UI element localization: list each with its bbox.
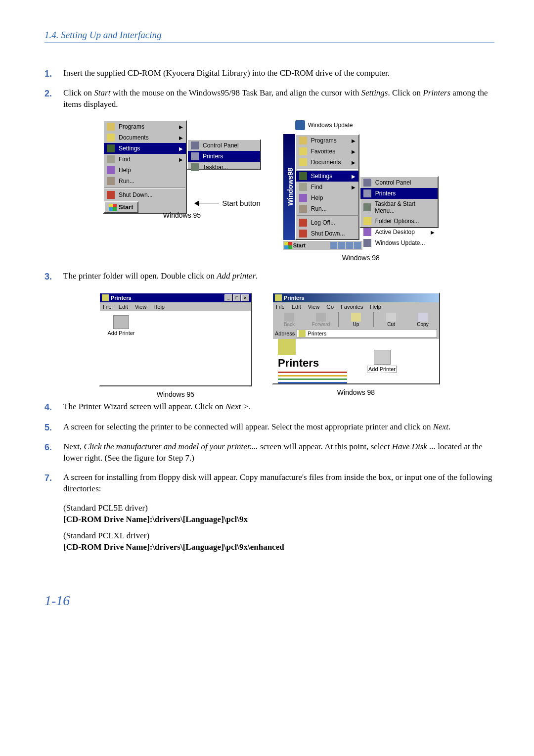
menu-help[interactable]: Help bbox=[296, 192, 358, 203]
menu-file[interactable]: File bbox=[102, 303, 113, 310]
step-number: 2. bbox=[44, 88, 63, 99]
step-body: A screen for selecting the printer to be… bbox=[63, 422, 494, 433]
title-bar[interactable]: Printers _ □ × bbox=[100, 293, 251, 302]
menu-run[interactable]: Run... bbox=[296, 203, 358, 214]
win95-settings-submenu[interactable]: Control Panel Printers Taskbar... bbox=[187, 139, 261, 170]
submenu-taskbar[interactable]: Taskbar... bbox=[188, 162, 260, 173]
address-bar[interactable]: Address Printers bbox=[273, 328, 439, 339]
start-button[interactable]: Start bbox=[293, 242, 306, 248]
win98-settings-submenu[interactable]: Control Panel Printers Taskbar & Start M… bbox=[359, 176, 439, 228]
settings-icon bbox=[299, 172, 307, 180]
maximize-button[interactable]: □ bbox=[233, 294, 241, 301]
tray-icon[interactable] bbox=[338, 242, 345, 249]
folder-large-icon bbox=[278, 339, 296, 355]
menu-view[interactable]: View bbox=[307, 303, 321, 310]
submenu-windows-update[interactable]: Windows Update... bbox=[360, 237, 438, 248]
printer-icon bbox=[374, 350, 391, 365]
help-icon bbox=[299, 194, 307, 202]
menu-run[interactable]: Run... bbox=[104, 176, 186, 187]
forward-button[interactable]: Forward bbox=[307, 313, 335, 327]
tray-icon[interactable] bbox=[346, 242, 353, 249]
separator bbox=[297, 215, 358, 216]
submenu-printers[interactable]: Printers bbox=[188, 151, 260, 162]
caption-win98: Windows 98 bbox=[337, 388, 375, 396]
toolbar[interactable]: Back Forward Up Cut Copy bbox=[273, 311, 439, 328]
control-panel-icon bbox=[191, 142, 199, 149]
label: Find bbox=[311, 184, 322, 190]
emphasis: Add printer bbox=[217, 271, 256, 281]
menu-settings[interactable]: Settings▶ bbox=[104, 143, 186, 154]
address-input[interactable]: Printers bbox=[297, 329, 437, 338]
menu-documents[interactable]: Documents▶ bbox=[296, 157, 358, 168]
submenu-active-desktop[interactable]: Active Desktop▶ bbox=[360, 227, 438, 237]
caption-win95: Windows 95 bbox=[163, 211, 201, 219]
menu-help[interactable]: Help bbox=[152, 303, 166, 310]
system-tray[interactable] bbox=[330, 242, 362, 249]
menu-bar[interactable]: File Edit View Go Favorites Help bbox=[273, 302, 439, 311]
folder-body[interactable]: Add Printer bbox=[100, 311, 251, 385]
icon-label: Add Printer bbox=[367, 366, 397, 373]
label: Start bbox=[119, 203, 134, 211]
window-title: Printers bbox=[111, 295, 132, 301]
menu-favorites[interactable]: Favorites▶ bbox=[296, 146, 358, 157]
submenu-folder-options[interactable]: Folder Options... bbox=[360, 216, 438, 227]
tray-icon[interactable] bbox=[354, 242, 361, 249]
menu-documents[interactable]: Documents▶ bbox=[104, 132, 186, 143]
menu-go[interactable]: Go bbox=[325, 303, 335, 310]
start-button[interactable]: Start bbox=[104, 201, 138, 213]
label: Folder Options... bbox=[375, 218, 419, 225]
find-icon bbox=[107, 155, 115, 163]
emphasis: Settings bbox=[361, 88, 388, 97]
menu-logoff[interactable]: Log Off... bbox=[296, 217, 358, 228]
windows-update-icon bbox=[363, 239, 371, 247]
submenu-control-panel[interactable]: Control Panel bbox=[360, 177, 438, 188]
figure-start-menus: Programs▶ Documents▶ Settings▶ Find▶ Hel… bbox=[44, 120, 494, 262]
add-printer-item[interactable]: Add Printer bbox=[367, 350, 397, 373]
title-bar[interactable]: Printers bbox=[273, 293, 439, 302]
text: The Printer Wizard screen will appear. C… bbox=[63, 402, 225, 411]
back-button[interactable]: Back bbox=[275, 313, 304, 327]
menu-programs[interactable]: Programs▶ bbox=[296, 135, 358, 146]
add-printer-item[interactable]: Add Printer bbox=[104, 315, 138, 336]
menu-help[interactable]: Help bbox=[104, 165, 186, 176]
label: Favorites bbox=[311, 148, 335, 155]
chevron-right-icon: ▶ bbox=[179, 124, 183, 130]
win98-taskbar[interactable]: Start bbox=[283, 240, 362, 250]
menu-edit[interactable]: Edit bbox=[118, 303, 129, 310]
menu-shutdown[interactable]: Shut Down... bbox=[104, 189, 186, 200]
win95-main-menu[interactable]: Programs▶ Documents▶ Settings▶ Find▶ Hel… bbox=[103, 120, 187, 214]
tray-icon[interactable] bbox=[330, 242, 337, 249]
menu-programs[interactable]: Programs▶ bbox=[104, 121, 186, 132]
menu-file[interactable]: File bbox=[275, 303, 286, 310]
menu-favorites[interactable]: Favorites bbox=[340, 303, 364, 310]
win98-main-menu[interactable]: Programs▶ Favorites▶ Documents▶ Settings… bbox=[295, 134, 359, 240]
submenu-printers[interactable]: Printers bbox=[360, 188, 438, 199]
menu-view[interactable]: View bbox=[134, 303, 148, 310]
step-7: 7. A screen for installing from floppy d… bbox=[44, 472, 494, 495]
menu-settings[interactable]: Settings▶ bbox=[296, 171, 358, 182]
label: Control Panel bbox=[203, 142, 239, 149]
cut-button[interactable]: Cut bbox=[377, 313, 405, 327]
menu-bar[interactable]: File Edit View Help bbox=[100, 302, 251, 311]
windows-update-item[interactable]: Windows Update bbox=[295, 120, 353, 130]
menu-find[interactable]: Find▶ bbox=[104, 154, 186, 165]
up-button[interactable]: Up bbox=[342, 313, 370, 327]
copy-button[interactable]: Copy bbox=[408, 313, 437, 327]
separator bbox=[373, 312, 374, 327]
printers-window-win98[interactable]: Printers File Edit View Go Favorites Hel… bbox=[272, 292, 440, 384]
menu-shutdown[interactable]: Shut Down... bbox=[296, 228, 358, 239]
menu-find[interactable]: Find▶ bbox=[296, 182, 358, 192]
folder-body[interactable]: Printers Add Printer bbox=[273, 339, 439, 383]
separator bbox=[297, 169, 358, 170]
printers-window-win95[interactable]: Printers _ □ × File Edit View Help Add P… bbox=[99, 292, 252, 386]
submenu-control-panel[interactable]: Control Panel bbox=[188, 140, 260, 151]
section-title: 1.4. Setting Up and Interfacing bbox=[44, 30, 494, 43]
text: Click on bbox=[63, 88, 94, 97]
menu-help[interactable]: Help bbox=[369, 303, 382, 310]
close-button[interactable]: × bbox=[241, 294, 249, 301]
menu-edit[interactable]: Edit bbox=[291, 303, 302, 310]
minimize-button[interactable]: _ bbox=[224, 294, 232, 301]
label: Printers bbox=[375, 190, 396, 197]
submenu-taskbar[interactable]: Taskbar & Start Menu... bbox=[360, 199, 438, 216]
label: Copy bbox=[417, 322, 428, 327]
